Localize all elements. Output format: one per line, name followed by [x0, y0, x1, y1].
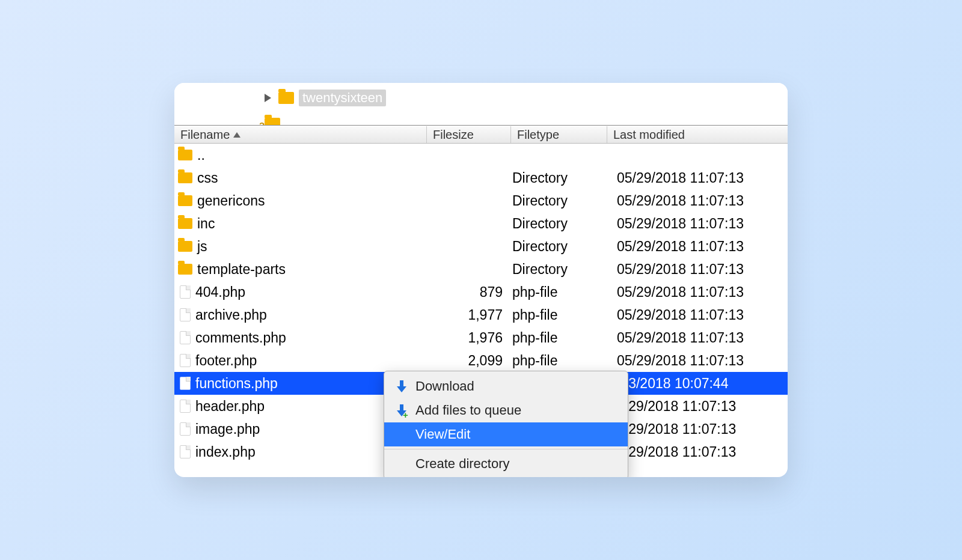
file-type: Directory [511, 239, 607, 255]
file-name: index.php [195, 444, 256, 460]
column-label: Filename [180, 128, 230, 142]
column-header-filetype[interactable]: Filetype [511, 126, 607, 143]
file-modified: /13/2018 10:07:44 [607, 376, 788, 392]
file-modified: 5/29/2018 11:07:13 [607, 421, 788, 437]
file-modified: 05/29/2018 11:07:13 [607, 330, 788, 346]
file-modified: 05/29/2018 11:07:13 [607, 193, 788, 209]
menu-item-download[interactable]: Download [384, 374, 628, 398]
file-name: js [197, 239, 207, 255]
file-modified: 05/29/2018 11:07:13 [607, 307, 788, 323]
tree-item-partial[interactable] [265, 118, 285, 125]
folder-icon [178, 172, 192, 183]
file-name: header.php [195, 398, 265, 415]
list-item[interactable]: genericonsDirectory05/29/2018 11:07:13 [174, 189, 788, 212]
file-modified: 05/29/2018 11:07:13 [607, 170, 788, 186]
list-item[interactable]: .. [174, 144, 788, 166]
download-arrow-icon [397, 380, 406, 392]
file-modified: 05/29/2018 11:07:13 [607, 284, 788, 300]
list-item[interactable]: comments.php1,976php-file05/29/2018 11:0… [174, 326, 788, 349]
list-item[interactable]: incDirectory05/29/2018 11:07:13 [174, 212, 788, 235]
file-type: Directory [511, 216, 607, 232]
disclosure-triangle-icon[interactable] [265, 94, 271, 102]
column-header-modified[interactable]: Last modified [607, 126, 788, 143]
list-item[interactable]: template-partsDirectory05/29/2018 11:07:… [174, 258, 788, 281]
column-label: Last modified [613, 128, 685, 142]
sort-ascending-icon [233, 132, 240, 138]
menu-item-label: Download [415, 379, 474, 394]
file-icon [180, 422, 191, 436]
column-label: Filetype [517, 128, 559, 142]
tree-item-label: twentysixteen [299, 90, 386, 106]
file-modified: 05/29/2018 11:07:13 [607, 239, 788, 255]
file-type: Directory [511, 193, 607, 209]
file-size: 2,099 [427, 353, 511, 369]
file-modified: 5/29/2018 11:07:13 [607, 444, 788, 460]
file-modified: 05/29/2018 11:07:13 [607, 216, 788, 232]
file-modified: 05/29/2018 11:07:13 [607, 261, 788, 278]
menu-item-add-queue[interactable]: + Add files to queue [384, 398, 628, 422]
file-size: 1,977 [427, 307, 511, 323]
list-item[interactable]: archive.php1,977php-file05/29/2018 11:07… [174, 303, 788, 326]
folder-icon [178, 150, 192, 160]
file-manager-window: twentysixteen Filename Filesize Filetype… [174, 83, 788, 477]
menu-item-label: View/Edit [415, 427, 470, 442]
list-item[interactable]: 404.php879php-file05/29/2018 11:07:13 [174, 281, 788, 303]
download-add-icon: + [397, 404, 406, 416]
column-label: Filesize [433, 128, 474, 142]
file-type: Directory [511, 261, 607, 278]
folder-icon [178, 241, 192, 252]
file-name: 404.php [195, 284, 245, 300]
file-size: 1,976 [427, 330, 511, 346]
file-type: php-file [511, 307, 607, 323]
file-name: .. [197, 147, 205, 163]
file-type: php-file [511, 284, 607, 300]
file-name: comments.php [195, 330, 286, 346]
file-name: footer.php [195, 353, 257, 369]
list-item[interactable]: cssDirectory05/29/2018 11:07:13 [174, 166, 788, 189]
file-type: php-file [511, 330, 607, 346]
file-size: 879 [427, 284, 511, 300]
file-modified: 05/29/2018 11:07:13 [607, 353, 788, 369]
column-header-filename[interactable]: Filename [174, 126, 427, 143]
list-item[interactable]: footer.php2,099php-file05/29/2018 11:07:… [174, 349, 788, 372]
file-icon [180, 354, 191, 367]
folder-unknown-icon [265, 118, 280, 125]
menu-item-view-edit[interactable]: View/Edit [384, 422, 628, 446]
list-item[interactable]: jsDirectory05/29/2018 11:07:13 [174, 235, 788, 258]
folder-icon [178, 264, 192, 275]
file-icon [180, 331, 191, 344]
file-icon [180, 308, 191, 321]
folder-icon [178, 195, 192, 206]
folder-tree[interactable]: twentysixteen [174, 83, 788, 125]
menu-item-label: Create directory [415, 456, 510, 472]
menu-separator [384, 449, 628, 449]
context-menu: Download + Add files to queue View/Edit … [384, 371, 628, 477]
tree-item-twentysixteen[interactable]: twentysixteen [265, 88, 788, 108]
file-name: functions.php [195, 376, 278, 392]
file-type: Directory [511, 170, 607, 186]
file-name: css [197, 170, 218, 186]
file-type: php-file [511, 353, 607, 369]
folder-icon [278, 92, 294, 104]
file-icon [180, 285, 191, 299]
file-name: archive.php [195, 307, 267, 323]
column-headers: Filename Filesize Filetype Last modified [174, 126, 788, 144]
file-icon [180, 377, 191, 390]
file-icon [180, 400, 191, 413]
file-icon [180, 445, 191, 458]
menu-item-label: Add files to queue [415, 403, 521, 418]
folder-icon [178, 218, 192, 229]
file-modified: 5/29/2018 11:07:13 [607, 398, 788, 415]
file-name: template-parts [197, 261, 286, 278]
file-name: inc [197, 216, 215, 232]
menu-item-create-directory[interactable]: Create directory [384, 452, 628, 476]
file-name: genericons [197, 193, 265, 209]
file-name: image.php [195, 421, 260, 437]
column-header-filesize[interactable]: Filesize [427, 126, 511, 143]
